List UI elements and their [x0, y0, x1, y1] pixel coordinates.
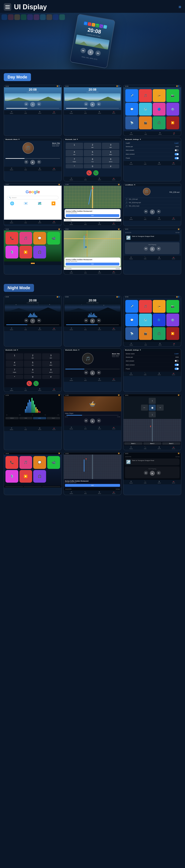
night-settings-power[interactable]: Power	[124, 367, 180, 371]
night-call-end[interactable]: 📞	[27, 381, 32, 386]
call-start[interactable]: 📞	[93, 170, 99, 176]
np-play[interactable]: ▶	[150, 247, 155, 251]
app-music[interactable]: 🎵	[139, 89, 152, 102]
call-end[interactable]: 📞	[86, 170, 92, 176]
night-nav-go[interactable]: GO	[65, 484, 120, 487]
night-np-prev[interactable]: ⏮	[144, 471, 148, 475]
dial-5[interactable]: 5JKL	[84, 150, 101, 156]
eq-btn-1[interactable]: ROCK	[5, 417, 19, 419]
night-ios-spotify[interactable]: 🎧	[33, 470, 46, 483]
dial-7[interactable]: 7PQRS	[66, 157, 83, 163]
night-np-play[interactable]: ▶	[150, 471, 155, 476]
menu-icon[interactable]	[4, 3, 11, 11]
night-ios-phone[interactable]: 📞	[5, 456, 18, 469]
hero-play-btn[interactable]: ⏸	[87, 49, 94, 56]
detail-go-btn[interactable]: GO	[66, 262, 120, 266]
night-ctrl-3[interactable]: Band 3	[162, 442, 180, 445]
dial-9[interactable]: 9WXYZ	[102, 157, 119, 163]
local-music-close[interactable]: ✕	[134, 184, 135, 186]
night-next-2[interactable]: ⏭	[97, 318, 101, 322]
night-app-telegram[interactable]: ✈️	[125, 300, 138, 313]
auto-connect-toggle[interactable]	[175, 153, 179, 155]
night-app-radio[interactable]: 📡	[125, 327, 138, 340]
local-play[interactable]: ▶	[150, 210, 155, 214]
night-app-maps[interactable]: 🗺️	[139, 313, 152, 327]
eq-btn-3[interactable]: JAZZ	[33, 417, 46, 419]
night-app-music[interactable]: 🎵	[139, 300, 152, 313]
night-dial-hash[interactable]: #	[42, 375, 59, 379]
night-dial-0[interactable]: 0	[24, 375, 41, 379]
night-power-toggle[interactable]	[175, 368, 179, 370]
nav-arrow-down[interactable]: ↓	[149, 411, 156, 417]
night-bt-music-close[interactable]: ✕	[78, 349, 79, 351]
google-app-4[interactable]: ▶️	[47, 202, 60, 206]
day-prev-2[interactable]: ⏮	[84, 102, 88, 106]
night-play-1[interactable]: ⏸	[30, 318, 35, 323]
np-prev[interactable]: ⏮	[144, 247, 148, 251]
google-app-3[interactable]: 🗺️	[33, 202, 46, 206]
dial-6[interactable]: 6MNO	[102, 150, 119, 156]
night-app-wechat[interactable]: 💬	[125, 313, 138, 327]
nav-arrow-center[interactable]: ◉	[149, 405, 156, 411]
app-phone[interactable]: 📻	[153, 89, 165, 102]
app-video[interactable]: 🎬	[139, 116, 152, 129]
night-app-settings[interactable]: ⚙️	[166, 313, 179, 327]
night-call-start[interactable]: 📞	[33, 381, 39, 386]
bt-close[interactable]: ✕	[18, 138, 20, 140]
nav-arrow-up[interactable]: ↑	[149, 398, 156, 404]
dial-hash[interactable]: #	[102, 164, 119, 168]
night-ios-podcast[interactable]: 🎙️	[5, 470, 18, 483]
night-app-video[interactable]: 🎬	[139, 327, 152, 340]
nav-arrow-right[interactable]: →	[157, 405, 163, 411]
night-np-next[interactable]: ⏭	[157, 471, 161, 475]
day-next-2[interactable]: ⏭	[97, 102, 101, 106]
night-ios-music[interactable]: 🎵	[20, 456, 32, 469]
bt-prev[interactable]: ⏮	[24, 160, 28, 164]
bt-call-close[interactable]: ✕	[77, 138, 78, 140]
song-item-1[interactable]: 🎵 华乐_正则.mp3	[124, 198, 180, 201]
app-bt[interactable]: 🔵	[153, 103, 165, 116]
night-play-2[interactable]: ▶	[90, 318, 95, 323]
bt-next[interactable]: ⏭	[37, 160, 41, 164]
night-dial-8[interactable]: 8TUV	[24, 368, 41, 374]
app-maps[interactable]: 🗺️	[139, 103, 152, 116]
day-play-2[interactable]: ▶	[90, 102, 95, 107]
ios-youtube-app[interactable]: ▶️	[20, 246, 32, 258]
google-search-bar[interactable]: 🔍 Search	[7, 196, 58, 199]
night-bt-settings-close[interactable]: ✕	[140, 349, 141, 351]
settings-power[interactable]: Power	[124, 156, 180, 160]
dial-3[interactable]: 3DEF	[102, 143, 119, 149]
night-app-youtube[interactable]: ▶️	[166, 327, 179, 340]
hero-next-btn[interactable]: ⏭	[95, 50, 101, 56]
night-dial-5[interactable]: 5JKL	[24, 361, 41, 367]
song-item-2[interactable]: 🎵 华乐_双龙Song.mp3	[124, 201, 180, 205]
night-app-bt[interactable]: 🔵	[153, 313, 165, 327]
app-youtube[interactable]: ▶️	[166, 116, 179, 129]
night-auto-answer-toggle[interactable]	[175, 360, 179, 362]
night-settings-auto-connect[interactable]: Auto connect	[124, 363, 180, 367]
bt-settings-close[interactable]: ✕	[140, 138, 141, 140]
day-next-1[interactable]: ⏭	[37, 102, 41, 106]
app-wechat[interactable]: 💬	[125, 103, 138, 116]
night-dial-7[interactable]: 7PQRS	[6, 368, 23, 374]
night-settings-auto-answer[interactable]: Auto answer	[124, 359, 180, 363]
dial-star[interactable]: *	[66, 164, 83, 168]
night-dial-9[interactable]: 9WXYZ	[42, 368, 59, 374]
night-dial-1[interactable]: 1	[6, 353, 23, 360]
night-ctrl-2[interactable]: Band 2	[143, 442, 161, 445]
app-camera[interactable]: 📷	[166, 89, 179, 102]
google-app-2[interactable]: 📧	[19, 202, 32, 206]
power-toggle[interactable]	[175, 157, 179, 159]
auto-answer-toggle[interactable]	[175, 149, 179, 151]
night-bt-next[interactable]: ⏭	[97, 370, 101, 375]
ios-facetime-app[interactable]: 📹	[47, 232, 60, 245]
day-play-1[interactable]: ⏸	[30, 102, 35, 107]
nav-icon[interactable]: ≡	[179, 4, 181, 10]
google-app-1[interactable]: 🌐	[5, 202, 19, 206]
dial-8[interactable]: 8TUV	[84, 157, 101, 163]
eq-btn-2[interactable]: POP	[19, 417, 32, 419]
ios-music-app[interactable]: 🎵	[20, 232, 32, 245]
dial-1[interactable]: 1	[66, 143, 83, 149]
song-item-3[interactable]: 🎵 华乐_正则_8.mp3	[124, 205, 180, 208]
night-dial-3[interactable]: 3DEF	[42, 353, 59, 360]
